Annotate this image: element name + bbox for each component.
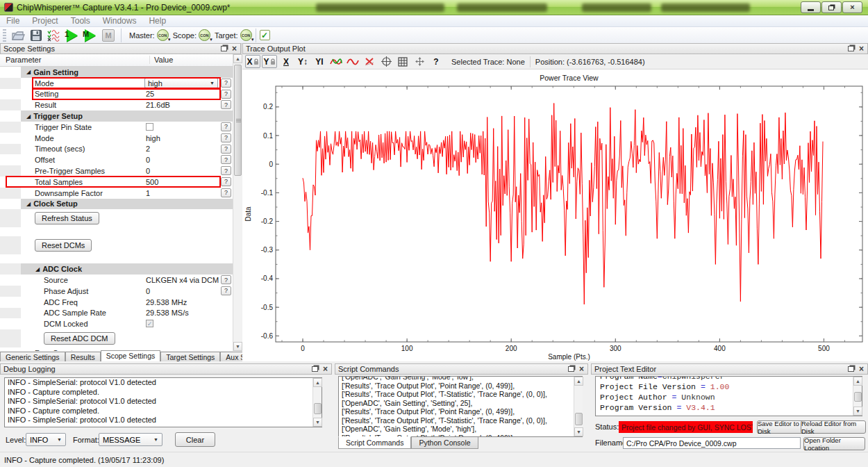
group-row-clock-setup[interactable]: ◢Clock Setup (0, 199, 233, 210)
single-wave-button[interactable] (345, 55, 360, 68)
scroll-thumb[interactable] (234, 65, 242, 176)
scroll-thumb[interactable] (314, 403, 322, 414)
scroll-up-icon[interactable]: ▲ (853, 377, 862, 386)
tab-scope-settings[interactable]: Scope Settings (101, 350, 161, 361)
open-project-button[interactable] (10, 28, 26, 43)
parameter-row-result[interactable]: Result21.6dB? (0, 99, 233, 110)
group-row-trigger-setup[interactable]: ◢Trigger Setup (0, 110, 233, 122)
parameter-row-total-samples[interactable]: Total Samples500? (0, 177, 233, 188)
y-lock-button[interactable]: Y (262, 55, 277, 68)
scroll-down-icon[interactable]: ▼ (574, 427, 583, 436)
clear-traces-button[interactable] (362, 55, 377, 68)
help-button[interactable]: ? (221, 177, 231, 186)
log-scrollbar[interactable]: ▲ ▼ (312, 378, 322, 427)
help-button[interactable]: ? (221, 79, 231, 88)
expand-icon[interactable]: ◢ (35, 266, 40, 272)
group-row-gain-setting[interactable]: ◢Gain Setting (0, 67, 233, 78)
plot-help-button[interactable]: ? (428, 55, 444, 68)
parameter-row-dcm-locked[interactable]: DCM Locked✓ (0, 318, 233, 329)
parameter-row-offset[interactable]: Offset0? (0, 154, 233, 165)
parameter-value[interactable]: 29.538 MHz (146, 298, 187, 306)
toolbar-drag-handle[interactable] (3, 29, 6, 42)
parameter-value[interactable]: 1 (146, 189, 150, 197)
reload-editor-button[interactable]: Reload Editor from Disk (801, 420, 866, 434)
close-panel-icon[interactable]: × (859, 44, 864, 53)
group-row-adc-clock[interactable]: ◢ADC Clock (0, 263, 233, 275)
parameter-row-adc-sample-rate[interactable]: ADC Sample Rate29.538 MS/s (0, 308, 233, 319)
tab-script-commands[interactable]: Script Commands (338, 436, 411, 449)
parameter-row-downsample-factor[interactable]: Downsample Factor1? (0, 188, 233, 199)
parameter-value[interactable]: 0 (146, 287, 150, 295)
help-button[interactable]: ? (221, 286, 231, 295)
parameter-value[interactable]: 0 (146, 156, 150, 164)
editor-scrollbar[interactable]: ▲ ▼ (853, 377, 862, 416)
tab-target-settings[interactable]: Target Settings (160, 352, 220, 361)
capture-multi-button[interactable]: M (82, 28, 99, 43)
scroll-down-icon[interactable]: ▼ (313, 418, 322, 427)
x-lock-button[interactable]: X (245, 55, 260, 68)
refresh-status-button[interactable]: Refresh Status (35, 212, 99, 224)
tree-column-header[interactable]: Parameter Value (0, 54, 242, 67)
parameter-row-trigger-pin-state[interactable]: Trigger Pin State? (0, 122, 233, 133)
clear-log-button[interactable]: Clear (175, 432, 215, 447)
y-autorange-button[interactable]: Y↕ (295, 55, 310, 68)
help-button[interactable]: ? (221, 188, 231, 197)
save-project-button[interactable] (28, 28, 44, 43)
parameter-row-adc-freq[interactable]: ADC Freq29.538 MHz (0, 297, 233, 308)
log-output[interactable]: INFO - SimpleSerial: protocol V1.0 detec… (4, 377, 322, 427)
parameter-value[interactable]: high (146, 134, 160, 142)
parameter-row-setting[interactable]: Setting25? (0, 89, 233, 100)
scope-connect-button[interactable]: CON ▼ (199, 29, 210, 41)
parameter-value[interactable]: 21.6dB (146, 101, 170, 109)
help-button[interactable]: ? (221, 122, 231, 131)
status-checkbox[interactable]: ✓ (260, 30, 270, 40)
parameter-value[interactable]: CLKGEN x4 via DCM (146, 276, 219, 284)
format-select[interactable]: MESSAGE▼ (99, 433, 162, 446)
project-file-editor[interactable]: Program Name=ChipWhispererProject File V… (595, 376, 862, 416)
target-connect-button[interactable]: CON ▼ (240, 29, 252, 41)
menu-item-file[interactable]: File (0, 16, 26, 26)
parameter-value[interactable]: 500 (146, 178, 158, 186)
parameter-value[interactable]: 25 (146, 90, 154, 98)
help-button[interactable]: ? (221, 275, 231, 284)
reset-dcms-button[interactable]: Reset DCMs (35, 239, 92, 252)
restore-button[interactable] (821, 1, 842, 13)
help-button[interactable]: ? (221, 155, 231, 164)
parameter-row-phase-adjust[interactable]: Phase Adjust0? (0, 286, 233, 297)
persistence-wave-button[interactable] (328, 55, 344, 68)
capture-1-button[interactable]: 1 (64, 28, 81, 43)
expand-icon[interactable]: ◢ (26, 69, 31, 75)
crosshair-button[interactable] (378, 55, 394, 68)
help-button[interactable]: ? (221, 145, 231, 154)
close-panel-icon[interactable]: × (579, 365, 584, 373)
float-panel-icon[interactable] (312, 366, 318, 372)
parameter-row-pre-trigger-samples[interactable]: Pre-Trigger Samples0? (0, 165, 233, 177)
menu-item-help[interactable]: Help (142, 16, 172, 26)
capture-settings-button[interactable] (46, 28, 62, 43)
title-bar[interactable]: ChipWhisperer™ Capture V3.4.1 - Pro Devi… (0, 0, 868, 15)
scroll-thumb[interactable] (854, 392, 862, 402)
help-button[interactable]: ? (221, 166, 231, 175)
script-scrollbar[interactable]: ▲ ▼ (574, 377, 583, 436)
parameter-value[interactable]: 29.538 MS/s (146, 309, 189, 317)
scroll-up-icon[interactable]: ▲ (313, 378, 322, 387)
close-panel-icon[interactable]: × (232, 44, 237, 53)
filename-field[interactable]: C:/Pro CPA/Pro Device_0009.cwp (623, 437, 801, 449)
help-button[interactable]: ? (221, 100, 231, 109)
help-button[interactable]: ? (221, 133, 231, 142)
close-panel-icon[interactable]: × (859, 365, 864, 373)
close-button[interactable]: × (842, 1, 862, 13)
help-button[interactable]: ? (221, 90, 231, 99)
power-trace-chart[interactable]: Power Trace View01002003004005000.20.10-… (242, 69, 868, 361)
expand-icon[interactable]: ◢ (26, 201, 31, 207)
expand-icon[interactable]: ◢ (26, 113, 31, 120)
float-panel-icon[interactable] (568, 366, 574, 372)
grid-button[interactable] (395, 55, 410, 68)
tab-results[interactable]: Results (65, 352, 101, 361)
parameter-row-mode[interactable]: Modehigh▼? (0, 78, 233, 89)
column-parameter[interactable]: Parameter (6, 56, 41, 64)
tab-generic-settings[interactable]: Generic Settings (0, 352, 65, 361)
y-fixed-button[interactable]: YI (312, 55, 327, 68)
level-select[interactable]: INFO▼ (26, 433, 66, 446)
menu-item-tools[interactable]: Tools (65, 16, 97, 26)
